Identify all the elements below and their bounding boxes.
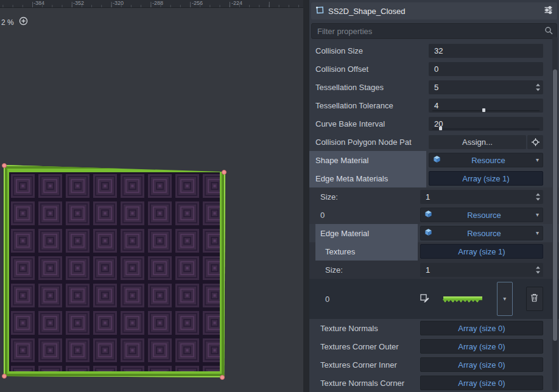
property-row: Edge Meta Materials Array (size 1) bbox=[309, 169, 559, 187]
inspector-scrollbar[interactable] bbox=[552, 37, 558, 391]
property-row: Texture Normals Corner Array (size 0) bbox=[309, 374, 559, 392]
property-row: Textures Corner Inner Array (size 0) bbox=[309, 355, 559, 374]
texture-normals-array-button[interactable]: Array (size 0) bbox=[420, 321, 543, 335]
collision-size-field[interactable]: 32 bbox=[429, 44, 543, 58]
ruler-tick-label: -256 bbox=[192, 0, 203, 6]
field-value: 32 bbox=[434, 46, 443, 55]
edge-material-resource-dropdown[interactable]: Resource ▾ bbox=[420, 226, 543, 240]
property-row: Edge Material Resource ▾ bbox=[309, 224, 559, 242]
trash-icon bbox=[530, 293, 538, 304]
property-label: Size: bbox=[315, 265, 418, 275]
field-value: 0 bbox=[434, 65, 438, 74]
property-row: Collision Size 32 bbox=[309, 41, 559, 60]
inspector-object-title: SS2D_Shape_Closed bbox=[328, 7, 540, 16]
property-label: Collision Offset bbox=[315, 65, 426, 74]
slider-grabber[interactable] bbox=[482, 108, 485, 112]
slider-grabber[interactable] bbox=[439, 127, 442, 130]
property-label: Edge Meta Materials bbox=[309, 169, 426, 187]
shape-tile-fill bbox=[9, 172, 220, 371]
resource-label: Resource bbox=[435, 211, 533, 220]
property-list: Collision Size 32 Collision Offset 0 Tes… bbox=[309, 41, 559, 392]
chevron-down-icon: ▾ bbox=[536, 212, 539, 218]
resource-icon bbox=[424, 228, 432, 239]
shape-handle-bottom-right[interactable] bbox=[220, 375, 225, 380]
property-label: Shape Material bbox=[309, 151, 426, 169]
spinner-updown-icon[interactable] bbox=[535, 265, 541, 276]
spinner-updown-icon[interactable] bbox=[535, 83, 541, 94]
edge-meta-materials-array-button[interactable]: Array (size 1) bbox=[429, 171, 543, 186]
field-value: 4 bbox=[434, 101, 438, 110]
property-label: Texture Normals bbox=[315, 324, 418, 333]
node-icon bbox=[315, 5, 325, 17]
filter-properties-input[interactable] bbox=[311, 23, 557, 39]
field-value: 1 bbox=[426, 192, 430, 201]
texture-normals-corner-array-button[interactable]: Array (size 0) bbox=[420, 376, 543, 390]
tessellation-stages-spinner[interactable]: 5 bbox=[429, 80, 543, 94]
pick-node-icon[interactable] bbox=[527, 135, 543, 149]
shape-material-resource-dropdown[interactable]: Resource ▾ bbox=[429, 153, 543, 167]
panel-splitter[interactable] bbox=[303, 0, 309, 392]
ruler-top: -384 -352 -320 -288 -256 -224 bbox=[0, 0, 303, 8]
property-label: Size: bbox=[315, 192, 418, 201]
shape-handle-bottom-left[interactable] bbox=[2, 374, 7, 379]
chevron-down-icon: ▾ bbox=[536, 230, 539, 236]
edit-resource-icon[interactable] bbox=[420, 293, 429, 305]
canvas-viewport[interactable]: -384 -352 -320 -288 -256 -224 2 % bbox=[0, 0, 303, 392]
assign-nodepath-button[interactable]: Assign... bbox=[429, 135, 526, 149]
array-size-spinner[interactable]: 1 bbox=[420, 263, 543, 277]
ruler-tick-label: -224 bbox=[231, 0, 242, 6]
zoom-plus-icon[interactable] bbox=[19, 16, 28, 28]
property-row: Collision Polygon Node Pat Assign... bbox=[309, 133, 559, 151]
property-tools-icon[interactable] bbox=[544, 5, 553, 17]
resource-icon bbox=[433, 155, 441, 166]
textures-array-button[interactable]: Array (size 1) bbox=[420, 244, 543, 259]
ruler-tick-label: -320 bbox=[113, 0, 124, 6]
slider-track bbox=[432, 110, 540, 111]
property-row: Textures Array (size 1) bbox=[309, 242, 559, 261]
property-row: Size: 1 bbox=[309, 261, 559, 279]
property-label: Tessellation Stages bbox=[315, 83, 426, 92]
textures-corner-outer-array-button[interactable]: Array (size 0) bbox=[420, 339, 543, 354]
property-label: Textures Corner Outer bbox=[315, 342, 418, 351]
property-row: Textures Corner Outer Array (size 0) bbox=[309, 337, 559, 355]
property-label: Texture Normals Corner bbox=[315, 379, 418, 388]
property-label: Tessellation Tolerance bbox=[315, 101, 426, 110]
property-row: Shape Material Resource ▾ bbox=[309, 151, 559, 169]
resource-icon bbox=[424, 209, 432, 220]
delete-texture-button[interactable] bbox=[526, 287, 543, 311]
property-row: Tessellation Stages 5 bbox=[309, 78, 559, 96]
inspector-scrollbar-thumb[interactable] bbox=[553, 69, 557, 341]
property-label: 0 bbox=[315, 295, 418, 304]
array-element-resource-dropdown[interactable]: Resource ▾ bbox=[420, 208, 543, 222]
chevron-down-icon: ▾ bbox=[536, 157, 539, 163]
property-row: 0 Resource ▾ bbox=[309, 206, 559, 224]
ruler-tick-label: -288 bbox=[152, 0, 163, 6]
textures-corner-inner-array-button[interactable]: Array (size 0) bbox=[420, 357, 543, 372]
property-row: Curve Bake Interval 20 bbox=[309, 114, 559, 133]
texture-element-row: 0 ▾ bbox=[309, 279, 559, 319]
property-row: Collision Offset 0 bbox=[309, 60, 559, 78]
tessellation-tolerance-slider[interactable]: 4 bbox=[429, 99, 543, 113]
filter-properties-bar bbox=[311, 23, 557, 39]
ruler-tick-label: -352 bbox=[73, 0, 84, 6]
curve-bake-interval-slider[interactable]: 20 bbox=[429, 117, 543, 131]
texture-dropdown-button[interactable]: ▾ bbox=[497, 282, 513, 316]
shape-handle-top-right[interactable] bbox=[222, 170, 227, 175]
array-size-spinner[interactable]: 1 bbox=[420, 190, 543, 204]
zoom-percent[interactable]: 2 % bbox=[1, 18, 14, 27]
property-label: Textures bbox=[315, 242, 418, 261]
chevron-down-icon: ▾ bbox=[503, 296, 506, 302]
inspector-object-header: SS2D_Shape_Closed bbox=[311, 2, 557, 19]
ss2d-shape[interactable] bbox=[4, 165, 225, 377]
grass-texture-thumbnail[interactable] bbox=[443, 295, 483, 303]
slider-track bbox=[432, 128, 540, 130]
godot-editor: -384 -352 -320 -288 -256 -224 2 % bbox=[0, 0, 559, 392]
shape-handle-top-left[interactable] bbox=[2, 163, 7, 168]
property-row: Tessellation Tolerance 4 bbox=[309, 96, 559, 114]
ruler-major-ticks bbox=[0, 2, 303, 7]
field-value: 5 bbox=[434, 83, 438, 92]
collision-offset-field[interactable]: 0 bbox=[429, 62, 543, 76]
property-label: Textures Corner Inner bbox=[315, 360, 418, 369]
spinner-updown-icon[interactable] bbox=[535, 192, 541, 203]
property-row: Texture Normals Array (size 0) bbox=[309, 319, 559, 337]
